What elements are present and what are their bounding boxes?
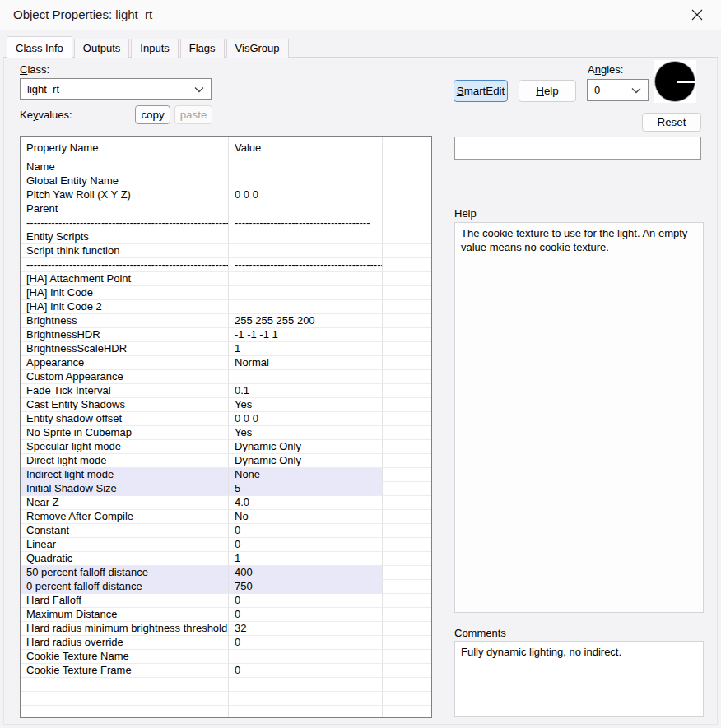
table-row[interactable]: ----------------------------------------… [21,257,431,271]
tab-flags[interactable]: Flags [180,39,225,58]
property-name-cell: Indirect light mode [21,467,229,481]
property-name-cell: [HA] Init Code 2 [21,299,229,313]
table-row[interactable]: Cookie Texture Name [21,649,431,663]
property-value-cell: 0 0 0 [229,411,383,425]
property-value-cell: Yes [229,397,383,411]
property-name-cell: [HA] Init Code [21,285,229,299]
smartedit-button[interactable]: SmartEdit [454,80,508,102]
tab-inputs[interactable]: Inputs [131,39,178,58]
table-row[interactable]: Initial Shadow Size 5 [21,481,431,495]
table-row[interactable] [21,705,431,718]
property-extra-cell [383,313,431,327]
table-row[interactable]: No Sprite in Cubemap Yes [21,425,431,439]
table-row[interactable]: Hard Falloff 0 [21,593,431,607]
property-value-cell: 0 [229,593,383,607]
property-name-cell: Script think function [21,243,229,257]
close-button[interactable] [680,2,714,28]
comments-box[interactable]: Fully dynamic lighting, no indirect. [454,641,704,717]
angle-direction-needle [677,81,695,83]
table-row[interactable]: Custom Appearance [21,369,431,383]
table-row[interactable]: BrightnessHDR -1 -1 -1 1 [21,327,431,341]
table-row[interactable] [21,677,431,691]
table-row[interactable]: Cast Entity Shadows Yes [21,397,431,411]
property-name-cell: Near Z [21,495,229,509]
table-row[interactable]: Fade Tick Interval 0.1 [21,383,431,397]
property-name-cell: Pitch Yaw Roll (X Y Z) [21,188,229,202]
tab-bar: Class Info Outputs Inputs Flags VisGroup [3,37,718,58]
table-row[interactable]: Constant 0 [21,523,431,537]
table-row[interactable]: Name [21,160,431,174]
table-row[interactable]: Near Z 4.0 [21,495,431,509]
angles-dropdown-value: 0 [594,84,600,96]
help-text-box: The cookie texture to use for the light.… [454,222,704,613]
angles-dropdown[interactable]: 0 [587,79,649,101]
object-properties-dialog: Object Properties: light_rt Class Info O… [0,0,721,728]
angle-circle-icon [655,62,695,101]
table-row[interactable]: [HA] Attachment Point [21,271,431,285]
property-extra-cell [383,327,431,341]
table-row[interactable]: ----------------------------------------… [21,216,431,230]
property-name-cell: Hard radius override [21,635,229,649]
table-row[interactable]: Entity shadow offset 0 0 0 [21,411,431,425]
property-extra-cell [383,411,431,425]
property-value-cell: Dynamic Only [229,439,383,453]
tab-class-info[interactable]: Class Info [7,36,72,58]
table-row[interactable]: Maximum Distance 0 [21,607,431,621]
property-extra-cell [383,621,431,635]
table-row[interactable]: Pitch Yaw Roll (X Y Z) 0 0 0 [21,188,431,202]
table-row[interactable]: Hard radius minimum brightness threshold… [21,621,431,635]
table-row[interactable]: Parent [21,202,431,216]
table-row[interactable]: Global Entity Name [21,174,431,188]
property-value-cell: 0 [229,607,383,621]
reset-button[interactable]: Reset [642,113,701,132]
property-extra-cell [383,509,431,523]
property-name-cell [21,705,229,718]
table-row[interactable]: 0 percent falloff distance 750 [21,579,431,593]
class-dropdown[interactable]: light_rt [20,78,212,100]
property-extra-cell [383,453,431,467]
property-extra-cell [383,565,431,579]
property-value-cell: No [229,509,383,523]
tab-visgroup[interactable]: VisGroup [226,39,289,58]
table-row[interactable]: Brightness 255 255 255 200 [21,313,431,327]
table-row[interactable]: Quadratic 1 [21,551,431,565]
table-row[interactable]: Indirect light mode None [21,467,431,481]
property-extra-cell [383,299,431,313]
property-name-cell: Specular light mode [21,439,229,453]
property-name-cell: Direct light mode [21,453,229,467]
table-row[interactable]: Hard radius override 0 [21,635,431,649]
property-name-cell: ----------------------------------------… [21,257,229,271]
table-row[interactable]: Specular light mode Dynamic Only [21,439,431,453]
property-value-cell: -1 -1 -1 1 [229,327,383,341]
table-row[interactable]: BrightnessScaleHDR 1 [21,341,431,355]
tab-outputs[interactable]: Outputs [74,39,130,58]
table-row[interactable]: Cookie Texture Frame 0 [21,663,431,677]
property-name-cell: Fade Tick Interval [21,383,229,397]
table-row[interactable]: Direct light mode Dynamic Only [21,453,431,467]
smartedit-value-input[interactable] [454,137,701,160]
property-name-cell: Quadratic [21,551,229,565]
property-value-cell: 0 [229,537,383,551]
property-value-cell [229,649,383,663]
table-row[interactable]: Linear 0 [21,537,431,551]
copy-button[interactable]: copy [135,105,170,124]
table-row[interactable]: [HA] Init Code [21,285,431,299]
table-row[interactable]: Appearance Normal [21,355,431,369]
angle-orientation-control[interactable] [654,60,696,103]
tab-label: Flags [189,42,216,54]
paste-button[interactable]: paste [174,105,212,124]
table-row[interactable]: Entity Scripts [21,230,431,243]
table-row[interactable]: 50 percent falloff distance 400 [21,565,431,579]
property-extra-cell [383,467,431,481]
table-row[interactable] [21,691,431,705]
table-row[interactable]: Remove After Compile No [21,509,431,523]
property-name-cell: No Sprite in Cubemap [21,425,229,439]
table-row[interactable]: Script think function [21,243,431,257]
property-value-cell: 255 255 255 200 [229,313,383,327]
property-value-cell [229,160,383,174]
help-button[interactable]: Help [519,80,576,102]
property-value-cell: 0 [229,523,383,537]
table-row[interactable]: [HA] Init Code 2 [21,299,431,313]
property-value-cell [229,369,383,383]
tab-label: Class Info [16,42,63,54]
